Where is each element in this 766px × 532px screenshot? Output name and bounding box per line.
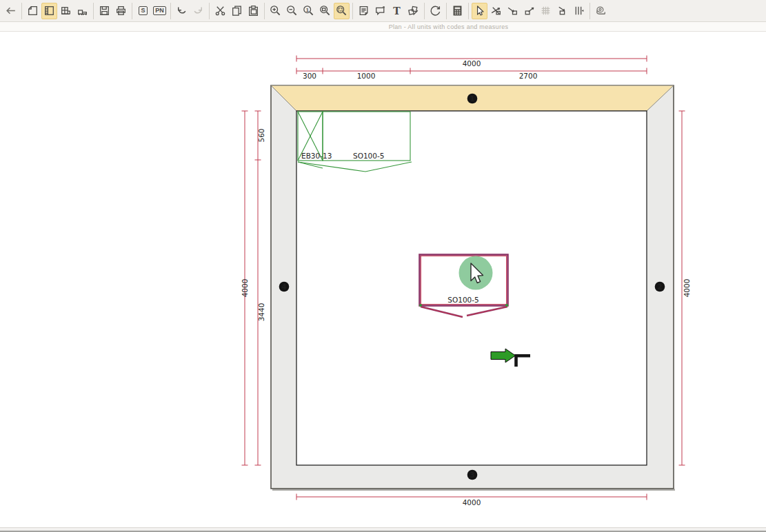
redo-icon (192, 4, 205, 17)
dim-top-seg-300: 300 (303, 72, 316, 80)
separator (264, 3, 265, 19)
elevation-view-button[interactable] (58, 3, 74, 19)
zoom-actual-icon: 1 (302, 4, 315, 17)
copy-icon (230, 4, 243, 17)
separator (468, 3, 469, 19)
text-tool-label: T (393, 6, 400, 16)
handle-dot (419, 304, 422, 307)
separator (21, 3, 22, 19)
dim-left-seg-560: 560 (257, 128, 265, 142)
undo-button[interactable] (174, 3, 190, 19)
s-label: S (139, 6, 147, 15)
clipboard-icon (247, 4, 260, 17)
handle-dot (505, 304, 508, 307)
separator (209, 3, 210, 19)
calculator-icon (451, 4, 464, 17)
plan-view-icon (43, 4, 56, 17)
view-title-bar: Plan - All units with codes and measures (0, 22, 766, 32)
calculator-button[interactable] (450, 3, 465, 19)
cursor-icon (473, 4, 486, 17)
separator (170, 3, 171, 19)
zoom-extents-button[interactable] (317, 3, 333, 19)
printer-icon (114, 4, 128, 17)
unit-arrow-box-icon (556, 4, 569, 17)
wall-badge-2: 2 (657, 283, 662, 291)
separator (424, 3, 425, 19)
unit-label-so100-5-wall: SO100-5 (353, 152, 384, 160)
save-button[interactable] (97, 3, 112, 19)
grid-icon (539, 4, 552, 17)
unit-arrow-out-icon (523, 4, 536, 17)
zoom-actual-button[interactable]: 1 (301, 3, 316, 19)
note-button[interactable] (356, 3, 372, 19)
s-button[interactable]: S (135, 3, 151, 19)
dim-right-total: 4000 (683, 279, 691, 298)
palette-button[interactable] (405, 3, 421, 19)
separator (132, 3, 132, 19)
rotate-icon (429, 4, 442, 17)
pn-label: PN (153, 6, 166, 15)
cut-button[interactable] (212, 3, 228, 19)
wall-badge-4: 4 (281, 283, 286, 291)
unit-arrows-button-4[interactable] (554, 3, 570, 19)
text-button[interactable]: T (389, 3, 405, 19)
unit-label-eb30-13: EB30-13 (301, 152, 332, 160)
dim-top-total: 4000 (463, 59, 481, 68)
wall-badge-1: 1 (470, 94, 474, 103)
wall-badge-3: 3 (470, 471, 474, 479)
status-bar (0, 527, 766, 532)
svg-text:1: 1 (306, 7, 309, 13)
parallel-lines-icon (572, 4, 585, 17)
comment-button[interactable] (372, 3, 388, 19)
copy-button[interactable] (229, 3, 245, 19)
unit-arrows-button-1[interactable] (488, 3, 504, 19)
zoom-out-icon (285, 4, 299, 17)
corner-view-button[interactable] (74, 3, 90, 19)
dim-top-seg-1000: 1000 (357, 72, 376, 80)
comment-icon (374, 4, 387, 17)
arrow-left-icon (4, 4, 17, 17)
note-icon (357, 4, 370, 17)
scissors-icon (214, 4, 227, 17)
room-outline-icon (26, 4, 39, 17)
select-button[interactable] (472, 3, 487, 19)
elevation-view-icon (59, 4, 72, 17)
drawing-area[interactable]: 4000 300 1000 2700 4000 560 3440 4000 40… (0, 32, 766, 527)
undo-icon (175, 4, 188, 17)
zoom-window-button[interactable] (334, 3, 350, 19)
plan-canvas[interactable]: 4000 300 1000 2700 4000 560 3440 4000 40… (0, 32, 766, 527)
plan-view-button[interactable] (41, 3, 57, 19)
main-toolbar: S PN 1 T (0, 0, 766, 22)
zoom-out-button[interactable] (284, 3, 300, 19)
unit-arrow-strike-icon (490, 4, 503, 17)
unit-arrows-button-2[interactable] (505, 3, 521, 19)
dim-left-seg-3440: 3440 (257, 303, 265, 322)
view-title: Plan - All units with codes and measures (389, 23, 509, 30)
print-button[interactable] (113, 3, 129, 19)
rotate-button[interactable] (427, 3, 443, 19)
separator (446, 3, 447, 19)
dim-bottom-total: 4000 (463, 498, 481, 507)
parallel-measure-button[interactable] (571, 3, 587, 19)
zoom-in-icon (269, 4, 282, 17)
redo-button[interactable] (190, 3, 206, 19)
tape-measure-icon (594, 4, 607, 17)
unit-label-so100-5-selected: SO100-5 (447, 296, 478, 304)
room-outline-button[interactable] (25, 3, 41, 19)
back-button[interactable] (3, 3, 19, 19)
separator (93, 3, 94, 19)
unit-arrow-in-icon (506, 4, 519, 17)
corner-units-icon (76, 4, 89, 17)
dim-top-seg-2700: 2700 (519, 72, 538, 80)
unit-arrows-button-3[interactable] (521, 3, 537, 19)
save-icon (98, 4, 111, 17)
zoom-extents-icon (319, 4, 332, 17)
paste-button[interactable] (245, 3, 261, 19)
pn-button[interactable]: PN (152, 3, 168, 19)
tape-measure-button[interactable] (593, 3, 609, 19)
zoom-in-button[interactable] (268, 3, 283, 19)
separator (589, 3, 590, 19)
grid-button[interactable] (538, 3, 554, 19)
palette-icon (407, 4, 420, 17)
dim-left-total: 4000 (241, 279, 249, 298)
